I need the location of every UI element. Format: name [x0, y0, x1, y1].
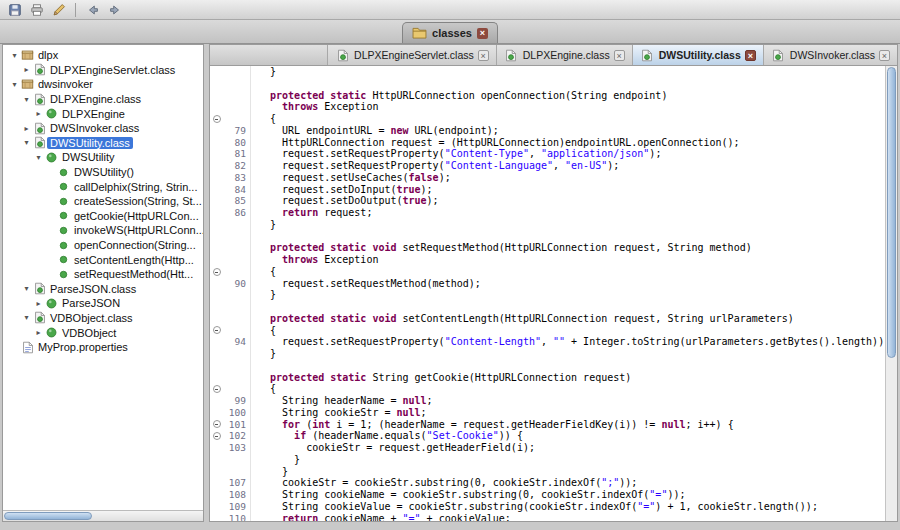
tree-item[interactable]: setContentLength(Http...: [3, 252, 203, 267]
collapse-arrow-icon[interactable]: ▾: [21, 284, 32, 293]
expand-arrow-icon[interactable]: ▸: [33, 299, 44, 308]
tree-item[interactable]: callDelphix(String, Strin...: [3, 179, 203, 194]
print-icon[interactable]: [27, 1, 46, 18]
forward-icon[interactable]: [105, 1, 124, 18]
code-line: }: [210, 348, 897, 360]
code-editor[interactable]: } protected static HttpURLConnection ope…: [210, 66, 897, 521]
close-icon[interactable]: ×: [614, 50, 625, 61]
code-text: }: [250, 66, 276, 78]
collapse-arrow-icon[interactable]: ▾: [21, 95, 32, 104]
scrollbar-thumb[interactable]: [4, 512, 92, 520]
tree-item[interactable]: MyProp.properties: [3, 340, 203, 355]
code-line: protected static String getCookie(HttpUR…: [210, 372, 897, 384]
tree-item[interactable]: createSession(String, St...: [3, 194, 203, 209]
tree-item[interactable]: setRequestMethod(Htt...: [3, 267, 203, 282]
collapse-arrow-icon[interactable]: ▾: [9, 80, 20, 89]
editor-tab-label: DLPXEngineServlet.class: [354, 49, 474, 61]
pencil-icon[interactable]: [49, 1, 68, 18]
fold-collapse-icon[interactable]: [210, 113, 223, 125]
tree-item[interactable]: ▸DLPXEngine: [3, 106, 203, 121]
expand-arrow-icon[interactable]: ▸: [33, 328, 44, 337]
fold-spacer: [210, 348, 223, 360]
close-icon[interactable]: ×: [477, 28, 488, 39]
toolbar-separator: [75, 3, 76, 17]
fold-collapse-icon[interactable]: [210, 419, 223, 431]
code-text: [250, 78, 258, 90]
tree-item[interactable]: getCookie(HttpURLCon...: [3, 209, 203, 224]
code-line: 101 for (int i = 1; (headerName = reques…: [210, 419, 897, 431]
scrollbar-thumb[interactable]: [887, 67, 896, 358]
code-line: 90 request.setRequestMethod(method);: [210, 278, 897, 290]
fold-collapse-icon[interactable]: [210, 325, 223, 337]
editor-tab[interactable]: DLPXEngineServlet.class×: [327, 45, 496, 65]
collapse-arrow-icon[interactable]: ▾: [9, 51, 20, 60]
collapse-arrow-icon[interactable]: ▾: [33, 153, 44, 162]
line-number: [223, 313, 250, 325]
fold-collapse-icon[interactable]: [210, 383, 223, 395]
expand-arrow-icon[interactable]: ▸: [33, 109, 44, 118]
fold-spacer: [210, 254, 223, 266]
collapse-arrow-icon[interactable]: ▾: [21, 313, 32, 322]
save-icon[interactable]: [5, 1, 24, 18]
tree-item-label: DWSUtility(): [71, 166, 137, 178]
tree-item[interactable]: ▸VDBObject: [3, 325, 203, 340]
code-text: for (int i = 1; (headerName = request.ge…: [250, 419, 734, 431]
expand-arrow-icon[interactable]: ▸: [21, 65, 32, 74]
class-file-icon: [32, 122, 47, 135]
tree-item[interactable]: ▾dwsinvoker: [3, 77, 203, 92]
tree-item-label: DLPXEngine.class: [47, 93, 144, 105]
line-number: 85: [223, 195, 250, 207]
fold-spacer: [210, 513, 223, 522]
line-number: [223, 372, 250, 384]
tree-item[interactable]: ▾ParseJSON.class: [3, 282, 203, 297]
tree-item[interactable]: ▾DWSUtility: [3, 150, 203, 165]
close-icon[interactable]: ×: [879, 50, 890, 61]
editor-tab[interactable]: DWSUtility.class×: [632, 45, 763, 65]
view-tab-classes[interactable]: classes ×: [402, 22, 498, 43]
tree-item-label: DWSInvoker.class: [47, 122, 142, 134]
class-icon: [44, 326, 59, 339]
editor-tab[interactable]: DWSInvoker.class×: [763, 45, 897, 65]
code-line: 102 if (headerName.equals("Set-Cookie"))…: [210, 430, 897, 442]
line-number: 101: [223, 419, 250, 431]
expand-arrow-icon[interactable]: ▸: [21, 124, 32, 133]
code-text: String headerName = null;: [250, 395, 433, 407]
tree-item-label: ParseJSON: [59, 297, 123, 309]
tree-item[interactable]: ▾DWSUtility.class: [3, 136, 203, 151]
editor-tabs: DLPXEngineServlet.class×DLPXEngine.class…: [327, 45, 897, 65]
class-icon: [44, 297, 59, 310]
code-text: {: [250, 325, 276, 337]
code-text: protected static void setRequestMethod(H…: [250, 242, 752, 254]
class-icon: [44, 151, 59, 164]
code-line: protected static HttpURLConnection openC…: [210, 90, 897, 102]
properties-file-icon: [20, 341, 35, 354]
editor-vertical-scrollbar[interactable]: [885, 66, 897, 521]
code-line: throws Exception: [210, 254, 897, 266]
tree-item[interactable]: ▸DLPXEngineServlet.class: [3, 63, 203, 78]
tree-item[interactable]: invokeWS(HttpURLConn...: [3, 223, 203, 238]
tree-item[interactable]: openConnection(String...: [3, 238, 203, 253]
code-line: 81 request.setRequestProperty("Content-T…: [210, 148, 897, 160]
package-icon: [20, 49, 35, 62]
tree-item-label: dwsinvoker: [35, 78, 96, 90]
fold-collapse-icon[interactable]: [210, 430, 223, 442]
tree-item[interactable]: ▾dlpx: [3, 48, 203, 63]
fold-collapse-icon[interactable]: [210, 266, 223, 278]
close-icon[interactable]: ×: [745, 50, 756, 61]
method-icon: [56, 253, 71, 266]
line-number: 110: [223, 513, 250, 522]
back-icon[interactable]: [83, 1, 102, 18]
tree-item-label: invokeWS(HttpURLConn...: [71, 224, 204, 236]
tree-item[interactable]: ▾VDBObject.class: [3, 311, 203, 326]
class-file-icon: [504, 49, 519, 62]
tree-item[interactable]: ▸DWSInvoker.class: [3, 121, 203, 136]
fold-spacer: [210, 184, 223, 196]
tree-item[interactable]: ▸ParseJSON: [3, 296, 203, 311]
tree-item[interactable]: ▾DLPXEngine.class: [3, 92, 203, 107]
tree-horizontal-scrollbar[interactable]: [3, 510, 203, 521]
close-icon[interactable]: ×: [478, 50, 489, 61]
explorer-tree: ▾dlpx▸DLPXEngineServlet.class▾dwsinvoker…: [3, 45, 203, 354]
editor-tab[interactable]: DLPXEngine.class×: [496, 45, 632, 65]
collapse-arrow-icon[interactable]: ▾: [21, 138, 32, 147]
tree-item[interactable]: DWSUtility(): [3, 165, 203, 180]
